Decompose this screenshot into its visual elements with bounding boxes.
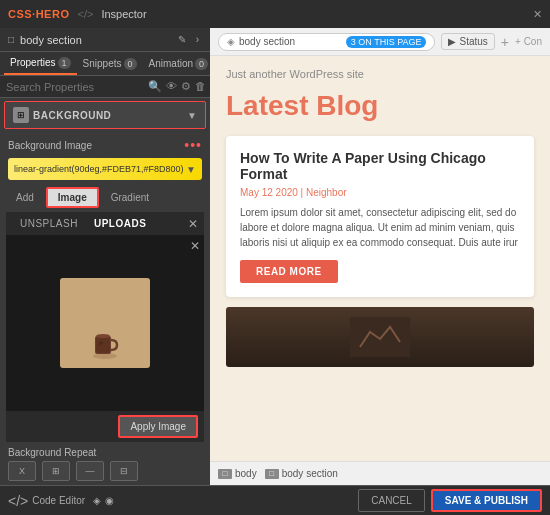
preview-bottom-nav: □ body □ body section xyxy=(210,461,550,485)
cancel-button[interactable]: CANCEL xyxy=(358,489,425,512)
save-publish-button[interactable]: SAVE & PUBLISH xyxy=(431,489,542,512)
search-input[interactable] xyxy=(6,81,144,93)
brand-logo: CSS·HERO xyxy=(8,8,69,20)
status-arrow: ▶ xyxy=(448,36,456,47)
latest-blog-title: Latest Blog xyxy=(226,90,534,122)
main-layout: □ body section ✎ › Properties 1 Snippets… xyxy=(0,28,550,485)
body-section-nav-icon: □ xyxy=(265,469,279,479)
repeat-none-option[interactable]: ⊟ xyxy=(110,461,138,481)
bg-image-prop-label: Background Image ••• xyxy=(0,132,210,155)
tab-properties[interactable]: Properties 1 xyxy=(4,52,77,75)
image-tabs-row: Add Image Gradient xyxy=(0,183,210,212)
site-tagline: Just another WordPress site xyxy=(226,68,534,80)
add-image-tab[interactable]: Add xyxy=(8,189,42,206)
section-title: body section xyxy=(20,34,169,46)
apply-image-button[interactable]: Apply Image xyxy=(118,415,198,438)
status-button[interactable]: ▶ Status xyxy=(441,33,494,50)
bg-repeat-options: X ⊞ ― ⊟ xyxy=(0,461,210,485)
edit-icon[interactable]: ✎ xyxy=(175,33,189,46)
section-header: □ body section ✎ › xyxy=(0,28,210,52)
shrink-icon[interactable]: ◉ xyxy=(105,495,114,506)
trash-icon[interactable]: 🗑 xyxy=(195,80,206,93)
url-icon: ◈ xyxy=(227,36,235,47)
svg-point-3 xyxy=(96,334,110,338)
blog-excerpt: Lorem ipsum dolor sit amet, consectetur … xyxy=(240,205,520,250)
top-bar: CSS·HERO </> Inspector ✕ xyxy=(0,0,550,28)
repeat-h-option[interactable]: ― xyxy=(76,461,104,481)
bg-collapse-icon[interactable]: ▼ xyxy=(187,110,197,121)
top-bar-divider: </> xyxy=(77,8,93,20)
apply-btn-row: Apply Image xyxy=(6,411,204,442)
search-icons: 🔍 👁 ⚙ 🗑 xyxy=(148,80,206,93)
body-nav-icon: □ xyxy=(218,469,232,479)
gradient-arrow: ▼ xyxy=(186,164,196,175)
picker-tab-unsplash[interactable]: UNSPLASH xyxy=(12,216,86,231)
prop-dots: ••• xyxy=(184,137,202,153)
properties-tabs: Properties 1 Snippets 0 Animation 0 xyxy=(0,52,210,76)
search-row: 🔍 👁 ⚙ 🗑 xyxy=(0,76,210,98)
image-thumbnail[interactable] xyxy=(60,278,150,368)
nav-body-section-item[interactable]: □ body section xyxy=(265,468,338,479)
gear-icon[interactable]: ⚙ xyxy=(181,80,191,93)
section-actions: ✎ › xyxy=(175,33,202,46)
blog-post-title: How To Write A Paper Using Chicago Forma… xyxy=(240,150,520,182)
gradient-tab[interactable]: Gradient xyxy=(103,189,157,206)
picker-tabs: UNSPLASH UPLOADS ✕ xyxy=(6,212,204,235)
url-text: body section xyxy=(239,36,342,47)
collapse-icon[interactable]: › xyxy=(193,33,202,46)
bottom-right: CANCEL SAVE & PUBLISH xyxy=(358,489,542,512)
image-tab[interactable]: Image xyxy=(46,187,99,208)
url-bar: ◈ body section 3 ON THIS PAGE xyxy=(218,33,435,51)
add-icon: + xyxy=(501,34,509,50)
background-icon: ⊞ xyxy=(13,107,29,123)
preview-content: Just another WordPress site Latest Blog … xyxy=(210,56,550,461)
left-panel: □ body section ✎ › Properties 1 Snippets… xyxy=(0,28,210,485)
svg-point-4 xyxy=(99,341,103,345)
blog-card: How To Write A Paper Using Chicago Forma… xyxy=(226,136,534,297)
add-con-label[interactable]: + Con xyxy=(515,36,542,47)
gradient-preview[interactable]: linear-gradient(90deg,#FDEB71,#F8D800) ▼ xyxy=(8,158,202,180)
tab-animation[interactable]: Animation 0 xyxy=(143,52,210,75)
top-bar-close[interactable]: ✕ xyxy=(533,8,542,21)
read-more-button[interactable]: READ MORE xyxy=(240,260,338,283)
nav-body-item[interactable]: □ body xyxy=(218,468,257,479)
background-label: BACKGROUND xyxy=(33,110,187,121)
gradient-value: linear-gradient(90deg,#FDEB71,#F8D800) xyxy=(14,164,186,174)
background-section-header[interactable]: ⊞ BACKGROUND ▼ xyxy=(4,101,206,129)
coffee-cup-icon xyxy=(87,326,123,362)
bottom-left: </> Code Editor ◈ ◉ xyxy=(8,493,114,509)
picker-close-icon[interactable]: ✕ xyxy=(188,217,198,231)
section-icon: □ xyxy=(8,34,14,45)
strip-image-icon xyxy=(350,317,410,357)
preview-top-bar: ◈ body section 3 ON THIS PAGE ▶ Status +… xyxy=(210,28,550,56)
repeat-tile-option[interactable]: ⊞ xyxy=(42,461,70,481)
on-this-page-badge: 3 ON THIS PAGE xyxy=(346,36,427,48)
search-icon[interactable]: 🔍 xyxy=(148,80,162,93)
picker-tab-uploads[interactable]: UPLOADS xyxy=(86,216,154,231)
right-panel: ◈ body section 3 ON THIS PAGE ▶ Status +… xyxy=(210,28,550,485)
preview-image-strip xyxy=(226,307,534,367)
inspector-label: Inspector xyxy=(101,8,146,20)
code-editor-label[interactable]: Code Editor xyxy=(32,495,85,506)
picker-inner-close-icon[interactable]: ✕ xyxy=(190,239,200,253)
image-picker: UNSPLASH UPLOADS ✕ ✕ xyxy=(6,212,204,442)
eye-icon[interactable]: 👁 xyxy=(166,80,177,93)
svg-rect-5 xyxy=(350,317,410,357)
expand-icon[interactable]: ◈ xyxy=(93,495,101,506)
bg-repeat-label: Background Repeat xyxy=(0,442,210,461)
code-editor-icon: </> xyxy=(8,493,28,509)
bottom-bar: </> Code Editor ◈ ◉ CANCEL SAVE & PUBLIS… xyxy=(0,485,550,515)
svg-rect-2 xyxy=(96,337,110,353)
tab-snippets[interactable]: Snippets 0 xyxy=(77,52,143,75)
repeat-x-option[interactable]: X xyxy=(8,461,36,481)
image-picker-body: ✕ xyxy=(6,235,204,411)
blog-meta: May 12 2020 | Neighbor xyxy=(240,187,520,198)
